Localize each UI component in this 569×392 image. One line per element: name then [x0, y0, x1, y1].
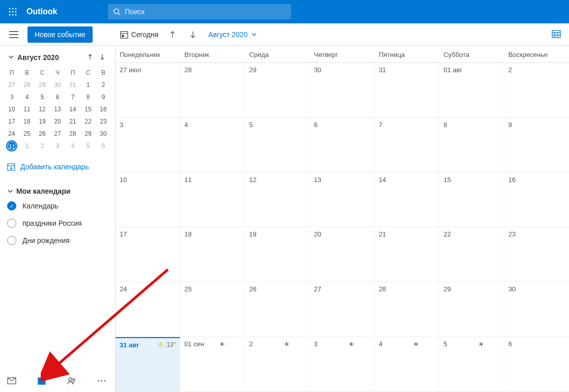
day-cell[interactable]: 15	[439, 173, 504, 227]
new-event-button[interactable]: Новое событие	[27, 26, 93, 43]
mini-day-cell[interactable]: 27	[4, 79, 19, 91]
day-cell[interactable]: 6	[310, 118, 375, 172]
day-cell[interactable]: 10	[116, 173, 180, 227]
day-cell[interactable]: 5☀	[439, 337, 504, 391]
mini-day-cell[interactable]: 30	[50, 79, 65, 91]
calendar-list-item[interactable]: Календарь	[4, 197, 111, 215]
mini-day-cell[interactable]: 27	[50, 128, 65, 139]
mini-day-cell[interactable]: 3	[50, 140, 65, 152]
day-cell[interactable]: 01 авг	[439, 63, 504, 117]
day-cell[interactable]: 29	[439, 282, 504, 337]
mini-day-cell[interactable]: 3	[4, 92, 19, 103]
mini-day-cell[interactable]: 11	[19, 104, 35, 115]
day-cell[interactable]: 01 сен☀	[180, 337, 245, 391]
mini-day-cell[interactable]: 15	[80, 104, 96, 115]
mini-day-cell[interactable]: 22	[80, 116, 96, 127]
calendar-checkbox[interactable]	[7, 219, 16, 228]
day-cell[interactable]: 22	[439, 227, 504, 282]
mini-cal-next-button[interactable]	[98, 52, 107, 63]
my-calendars-section[interactable]: Мои календари	[4, 185, 111, 197]
day-cell[interactable]: 29	[245, 63, 310, 117]
mini-day-cell[interactable]: 24	[4, 128, 19, 139]
calendar-checkbox[interactable]	[7, 236, 16, 245]
mini-day-cell[interactable]: 14	[65, 104, 80, 115]
mail-nav-icon[interactable]	[4, 374, 19, 387]
today-button[interactable]: Сегодня	[116, 28, 163, 41]
mini-day-cell[interactable]: 25	[19, 128, 35, 139]
mini-day-cell[interactable]: 9	[96, 92, 111, 103]
mini-day-cell[interactable]: 6	[96, 140, 111, 152]
mini-day-cell[interactable]: 7	[65, 92, 80, 103]
day-cell[interactable]: 23	[504, 227, 569, 282]
mini-day-cell[interactable]: 21	[65, 116, 80, 127]
mini-day-cell[interactable]: 29	[80, 128, 96, 139]
mini-day-cell[interactable]: 23	[96, 116, 111, 127]
calendar-list-item[interactable]: праздники Россия	[4, 215, 111, 232]
day-cell[interactable]: 7	[375, 118, 439, 172]
mini-cal-prev-button[interactable]	[86, 52, 95, 63]
mini-day-cell[interactable]: 30	[96, 128, 111, 139]
prev-period-button[interactable]	[164, 26, 181, 43]
day-cell[interactable]: 9	[504, 118, 569, 172]
add-calendar-button[interactable]: Добавить календарь	[4, 161, 111, 173]
mini-day-cell[interactable]: 12	[35, 104, 50, 115]
day-cell[interactable]: 3☀	[310, 337, 375, 391]
day-cell[interactable]: 12	[245, 173, 310, 227]
mini-day-cell[interactable]: 31	[65, 79, 80, 91]
day-cell[interactable]: 13	[310, 173, 375, 227]
day-cell[interactable]: 30	[504, 282, 569, 337]
mini-day-cell[interactable]: 6	[50, 92, 65, 103]
day-cell[interactable]: 27 июл	[116, 63, 180, 117]
day-cell[interactable]: 20	[310, 227, 375, 282]
mini-day-cell[interactable]: 5	[80, 140, 96, 152]
mini-day-cell[interactable]: 4	[19, 92, 35, 103]
day-cell[interactable]: 3	[116, 118, 180, 172]
mini-day-cell[interactable]: 31	[6, 140, 17, 152]
next-period-button[interactable]	[185, 26, 201, 43]
people-nav-icon[interactable]	[64, 374, 79, 388]
day-cell[interactable]: 18	[180, 227, 245, 282]
search-box[interactable]	[108, 4, 291, 19]
day-cell[interactable]: 30	[310, 63, 375, 117]
day-cell[interactable]: 4☀	[375, 337, 439, 391]
mini-day-cell[interactable]: 2	[35, 140, 50, 152]
mini-day-cell[interactable]: 10	[4, 104, 19, 115]
day-cell[interactable]: 24	[116, 282, 180, 337]
app-launcher-icon[interactable]	[4, 3, 21, 20]
mini-day-cell[interactable]: 8	[80, 92, 96, 103]
mini-day-cell[interactable]: 28	[65, 128, 80, 139]
mini-day-cell[interactable]: 5	[35, 92, 50, 103]
mini-day-cell[interactable]: 28	[19, 79, 35, 91]
day-cell[interactable]: 25	[180, 282, 245, 337]
mini-day-cell[interactable]: 2	[96, 79, 111, 91]
day-cell[interactable]: 17	[116, 227, 180, 282]
day-cell[interactable]: 27	[310, 282, 375, 337]
day-cell[interactable]: 21	[375, 227, 439, 282]
hamburger-icon[interactable]	[6, 27, 21, 42]
day-cell[interactable]: 28	[375, 282, 439, 337]
mini-day-cell[interactable]: 18	[19, 116, 35, 127]
calendar-nav-icon[interactable]	[35, 374, 49, 388]
day-cell[interactable]: 11	[180, 173, 245, 227]
day-cell[interactable]: 2☀	[245, 337, 310, 391]
mini-day-cell[interactable]: 26	[35, 128, 50, 139]
day-cell[interactable]: 5	[245, 118, 310, 172]
day-cell[interactable]: 4	[180, 118, 245, 172]
day-cell[interactable]: 16	[504, 173, 569, 227]
day-cell[interactable]: 26	[245, 282, 310, 337]
day-cell[interactable]: 31	[375, 63, 439, 117]
mini-cal-collapse-icon[interactable]	[8, 53, 14, 62]
day-cell[interactable]: 8	[439, 118, 504, 172]
calendar-list-item[interactable]: Дни рождения	[4, 232, 111, 249]
day-cell[interactable]: 14	[375, 173, 439, 227]
day-cell[interactable]: 2	[504, 63, 569, 117]
mini-day-cell[interactable]: 19	[35, 116, 50, 127]
mini-day-cell[interactable]: 1	[19, 140, 35, 152]
mini-day-cell[interactable]: 1	[80, 79, 96, 91]
mini-day-cell[interactable]: 17	[4, 116, 19, 127]
calendar-checkbox[interactable]	[7, 201, 16, 210]
mini-day-cell[interactable]: 16	[96, 104, 111, 115]
mini-day-cell[interactable]: 4	[65, 140, 80, 152]
calendar-view-icon[interactable]	[550, 27, 563, 42]
day-cell[interactable]: 6	[504, 337, 569, 391]
